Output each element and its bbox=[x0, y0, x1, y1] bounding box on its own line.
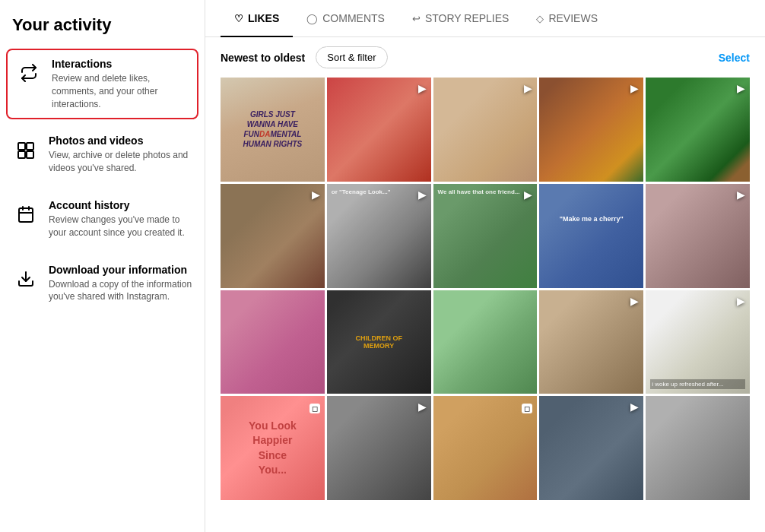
tabs-bar: ♡ LIKES ◯ COMMENTS ↩ STORY REPLIES ◇ REV… bbox=[205, 0, 765, 37]
grid-cell-10[interactable]: ▶ bbox=[646, 184, 750, 288]
sidebar-item-download[interactable]: Download your information Download a cop… bbox=[0, 255, 205, 313]
photo-grid: GIRLS JUSTWANNA HAVEFUNDAMENTALHUMAN RIG… bbox=[205, 78, 765, 532]
interactions-icon bbox=[15, 59, 43, 87]
download-icon bbox=[12, 265, 40, 293]
svg-rect-1 bbox=[27, 143, 33, 150]
grid-cell-13[interactable] bbox=[433, 290, 538, 394]
tab-story-label: STORY REPLIES bbox=[425, 12, 509, 24]
tab-reviews[interactable]: ◇ REVIEWS bbox=[522, 0, 611, 36]
grid-cell-8[interactable]: We all have that one friend... ▶ bbox=[433, 184, 538, 288]
sidebar-item-interactions[interactable]: Interactions Review and delete likes, co… bbox=[6, 49, 198, 119]
grid-cell-15[interactable]: ▶ i woke up refreshed after... bbox=[646, 290, 750, 394]
toolbar: Newest to oldest Sort & filter Select bbox=[205, 37, 765, 78]
play-icon-19: ▶ bbox=[630, 401, 639, 413]
grid-cell-12[interactable]: CHILDREN OFMEMORY bbox=[327, 290, 431, 394]
sort-filter-button[interactable]: Sort & filter bbox=[316, 46, 387, 68]
grid-cell-7[interactable]: or "Teenage Look..." ▶ bbox=[327, 184, 431, 288]
grid-cell-1[interactable]: GIRLS JUSTWANNA HAVEFUNDAMENTALHUMAN RIG… bbox=[221, 78, 325, 182]
photos-desc: View, archive or delete photos and video… bbox=[49, 149, 192, 175]
play-icon-14: ▶ bbox=[630, 295, 639, 307]
sidebar-title: Your activity bbox=[0, 15, 205, 49]
grid-cell-5[interactable]: ▶ bbox=[646, 78, 750, 182]
download-title: Download your information bbox=[49, 264, 192, 276]
photos-title: Photos and videos bbox=[49, 135, 192, 147]
grid-cell-4[interactable]: ▶ bbox=[539, 78, 643, 182]
cell-1-overlay: GIRLS JUSTWANNA HAVEFUNDAMENTALHUMAN RIG… bbox=[221, 78, 325, 182]
svg-rect-4 bbox=[19, 208, 33, 222]
play-icon-17: ▶ bbox=[418, 401, 427, 413]
grid-cell-17[interactable]: ▶ bbox=[327, 396, 431, 500]
download-desc: Download a copy of the information you'v… bbox=[49, 278, 192, 304]
svg-rect-3 bbox=[27, 151, 33, 158]
grid-cell-11[interactable] bbox=[221, 290, 325, 394]
sidebar: Your activity Interactions Review and de… bbox=[0, 0, 205, 532]
play-icon-2: ▶ bbox=[418, 82, 427, 94]
svg-rect-0 bbox=[18, 143, 25, 150]
interactions-desc: Review and delete likes, comments, and y… bbox=[52, 72, 189, 110]
tab-likes-label: LIKES bbox=[248, 12, 279, 24]
main-content: ♡ LIKES ◯ COMMENTS ↩ STORY REPLIES ◇ REV… bbox=[205, 0, 765, 532]
heart-icon: ♡ bbox=[234, 13, 243, 24]
tab-story-replies[interactable]: ↩ STORY REPLIES bbox=[398, 0, 523, 36]
comment-icon: ◯ bbox=[306, 13, 318, 24]
select-button[interactable]: Select bbox=[719, 52, 750, 64]
sidebar-item-history[interactable]: Account history Review changes you've ma… bbox=[0, 190, 205, 249]
grid-cell-16[interactable]: You LookHappierSinceYou... ◻ bbox=[221, 396, 325, 500]
grid-inner: GIRLS JUSTWANNA HAVEFUNDAMENTALHUMAN RIG… bbox=[221, 78, 750, 500]
play-icon-15: ▶ bbox=[737, 295, 745, 307]
grid-cell-2[interactable]: ▶ bbox=[327, 78, 431, 182]
history-title: Account history bbox=[49, 199, 192, 211]
svg-rect-2 bbox=[18, 151, 25, 158]
reply-icon: ↩ bbox=[412, 13, 421, 24]
interactions-title: Interactions bbox=[52, 58, 189, 70]
grid-cell-14[interactable]: ▶ bbox=[539, 290, 643, 394]
history-icon bbox=[12, 201, 40, 228]
tab-reviews-label: REVIEWS bbox=[548, 12, 598, 24]
play-icon-3: ▶ bbox=[524, 82, 532, 94]
photos-text: Photos and videos View, archive or delet… bbox=[49, 135, 192, 175]
grid-cell-18[interactable]: ◻ bbox=[433, 396, 538, 500]
play-icon-4: ▶ bbox=[630, 82, 639, 94]
grid-cell-19[interactable]: ▶ bbox=[539, 396, 643, 500]
tag-icon: ◇ bbox=[536, 13, 544, 24]
grid-cell-20[interactable] bbox=[646, 396, 750, 500]
history-desc: Review changes you've made to your accou… bbox=[49, 214, 192, 239]
grid-cell-3[interactable]: ▶ bbox=[433, 78, 538, 182]
play-icon-6: ▶ bbox=[312, 188, 320, 201]
photos-icon bbox=[12, 136, 40, 163]
play-icon-7: ▶ bbox=[418, 188, 427, 201]
play-icon-8: ▶ bbox=[524, 188, 532, 201]
interactions-text: Interactions Review and delete likes, co… bbox=[52, 58, 189, 110]
history-text: Account history Review changes you've ma… bbox=[49, 199, 192, 239]
sidebar-item-photos[interactable]: Photos and videos View, archive or delet… bbox=[0, 125, 205, 184]
play-icon-10: ▶ bbox=[737, 188, 745, 201]
download-text: Download your information Download a cop… bbox=[49, 264, 192, 304]
grid-cell-6[interactable]: ▶ bbox=[221, 184, 325, 288]
tab-comments[interactable]: ◯ COMMENTS bbox=[293, 0, 398, 36]
play-icon-5: ▶ bbox=[737, 82, 745, 94]
sort-label: Newest to oldest bbox=[221, 52, 305, 64]
tab-likes[interactable]: ♡ LIKES bbox=[221, 0, 293, 36]
grid-cell-9[interactable]: "Make me a cherry" bbox=[539, 184, 643, 288]
tab-comments-label: COMMENTS bbox=[322, 12, 385, 24]
